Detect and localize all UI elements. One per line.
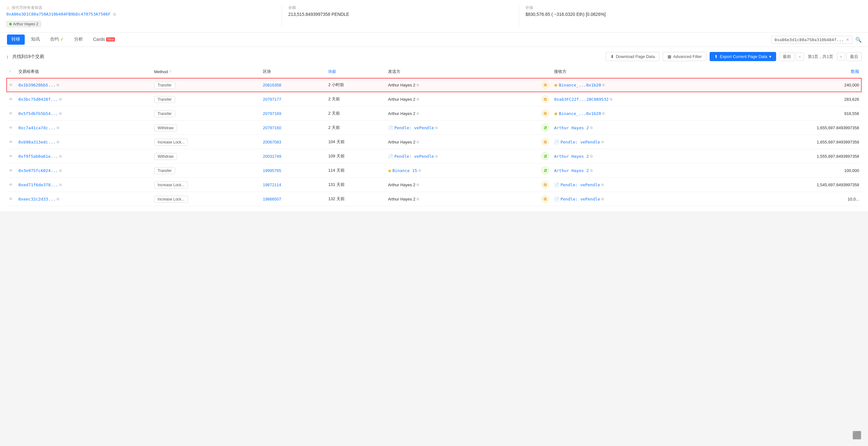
- eye-icon[interactable]: 👁: [9, 183, 13, 187]
- to-address-link[interactable]: Arthur Hayes 2: [554, 168, 589, 173]
- amount-cell: 10,0...: [729, 192, 862, 206]
- copy-to-icon[interactable]: ⧉: [590, 154, 593, 158]
- block-link[interactable]: 20816358: [263, 83, 281, 88]
- warning-icon: ⚠: [6, 6, 10, 10]
- copy-to-icon[interactable]: ⧉: [602, 83, 605, 87]
- search-box[interactable]: 0xa86e3d1c80a750a310b484f... ✕: [771, 36, 853, 44]
- copy-tx-icon[interactable]: ⧉: [59, 112, 62, 116]
- tx-hash-link[interactable]: 0xb98a313edc...: [19, 140, 56, 145]
- to-address-link[interactable]: Pendle: vePendle: [560, 140, 600, 145]
- amount-cell: 1,655,697.8493997358: [729, 121, 862, 135]
- copy-from-icon[interactable]: ⧉: [416, 140, 419, 144]
- copy-to-icon[interactable]: ⧉: [601, 183, 604, 187]
- copy-tx-icon[interactable]: ⧉: [57, 83, 59, 87]
- tx-hash-link[interactable]: 0x3e975fc6024...: [19, 168, 58, 173]
- to-address-link[interactable]: Pendle: vePendle: [560, 197, 600, 201]
- tx-hash-link[interactable]: 0x3bc75d0428f...: [19, 97, 58, 102]
- block-link[interactable]: 20797177: [263, 97, 281, 102]
- copy-from-icon[interactable]: ⧉: [435, 126, 438, 130]
- first-page-button[interactable]: 最前: [779, 52, 795, 61]
- eye-icon[interactable]: 👁: [9, 97, 13, 102]
- tab-news[interactable]: 知讯: [27, 33, 44, 46]
- copy-to-icon[interactable]: ⧉: [601, 197, 604, 201]
- block-link[interactable]: 20797169: [263, 111, 281, 116]
- address-link[interactable]: 0xA86e3D1C80a750A310b484FB9bDc470753A750…: [6, 12, 111, 17]
- copy-to-icon[interactable]: ⧉: [590, 168, 593, 172]
- search-icon[interactable]: 🔍: [855, 37, 862, 43]
- tx-hash-link[interactable]: 0x1b39620bb5...: [19, 83, 56, 88]
- method-help-icon[interactable]: ?: [169, 70, 172, 74]
- copy-tx-icon[interactable]: ⧉: [59, 168, 62, 172]
- advanced-filter-button[interactable]: ▦ Advanced Filter: [663, 52, 707, 61]
- copy-from-icon[interactable]: ⧉: [416, 183, 419, 187]
- amount-cell: 1,555,697.8493997358: [729, 149, 862, 163]
- download-button[interactable]: ⬇ Download Page Data: [606, 52, 659, 61]
- copy-to-icon[interactable]: ⧉: [590, 126, 593, 130]
- to-address-link[interactable]: Binance_...0x1b20: [559, 83, 601, 88]
- tx-hash-link[interactable]: 0xc7a41ca7dc...: [19, 125, 56, 130]
- prev-page-button[interactable]: ‹: [796, 53, 804, 61]
- block-link[interactable]: 20067083: [263, 140, 281, 145]
- copy-tx-icon[interactable]: ⧉: [59, 97, 62, 101]
- eye-icon[interactable]: 👁: [9, 140, 13, 145]
- copy-from-icon[interactable]: ⧉: [435, 154, 438, 158]
- block-link[interactable]: 19866507: [263, 197, 281, 201]
- tab-cards[interactable]: Cards New: [89, 33, 119, 46]
- from-address-text: Arthur Hayes 2: [388, 97, 415, 102]
- eye-icon[interactable]: 👁: [9, 154, 13, 159]
- copy-tx-icon[interactable]: ⧉: [59, 154, 62, 158]
- tab-contract[interactable]: 合约 ✓: [45, 33, 68, 46]
- block-link[interactable]: 20031749: [263, 154, 281, 159]
- copy-from-icon[interactable]: ⧉: [416, 112, 419, 116]
- binance-icon: ◆: [388, 168, 391, 173]
- tx-hash-link[interactable]: 0xed71f6de378...: [19, 183, 58, 187]
- col-help-icon[interactable]: ?: [9, 70, 11, 74]
- tx-hash-link[interactable]: 0x5f5dbfb5b54...: [19, 111, 58, 116]
- sort-icon[interactable]: ↕: [6, 54, 8, 59]
- tx-hash-link[interactable]: 0xeec32c2d33...: [19, 197, 56, 201]
- amount-cell: 918,556: [729, 106, 862, 121]
- pendle-doc-icon: 📄: [388, 125, 393, 130]
- block-link[interactable]: 19995765: [263, 168, 281, 173]
- copy-tx-icon[interactable]: ⧉: [59, 183, 62, 187]
- amount-cell: 1,545,697.8493997358: [729, 178, 862, 192]
- amount-cell: 283,626: [729, 92, 862, 106]
- copy-to-icon[interactable]: ⧉: [601, 140, 604, 144]
- eye-icon[interactable]: 👁: [9, 125, 13, 130]
- copy-from-icon[interactable]: ⧉: [418, 168, 421, 172]
- to-address-link[interactable]: 0xab3FC22f...28C089532: [554, 97, 609, 102]
- eye-icon[interactable]: 👁: [9, 83, 13, 88]
- block-link[interactable]: 19872114: [263, 183, 281, 187]
- copy-tx-icon[interactable]: ⧉: [57, 197, 59, 201]
- copy-tx-icon[interactable]: ⧉: [57, 126, 59, 130]
- eye-icon[interactable]: 👁: [9, 111, 13, 116]
- copy-address-icon[interactable]: ⧉: [113, 12, 116, 17]
- tx-hash-link[interactable]: 0xf9f5ab0a61e...: [19, 154, 58, 159]
- copy-from-icon[interactable]: ⧉: [416, 97, 419, 101]
- copy-from-icon[interactable]: ⧉: [416, 197, 419, 201]
- from-address-link[interactable]: Binance 15: [393, 168, 417, 173]
- to-address-link[interactable]: Pendle: vePendle: [560, 183, 600, 187]
- to-address-link[interactable]: Arthur Hayes 2: [554, 154, 589, 159]
- age-value: 131 天前: [328, 182, 344, 187]
- last-page-button[interactable]: 最后: [846, 52, 862, 61]
- from-address-link[interactable]: Pendle: vePendle: [394, 125, 434, 130]
- search-close-icon[interactable]: ✕: [846, 37, 849, 42]
- copy-to-icon[interactable]: ⧉: [610, 97, 612, 101]
- next-page-button[interactable]: ›: [837, 53, 845, 61]
- from-address-text: Arthur Hayes 2: [388, 83, 415, 88]
- copy-tx-icon[interactable]: ⧉: [57, 140, 59, 144]
- tab-analysis[interactable]: 分析: [70, 33, 87, 46]
- tab-transfer[interactable]: 转移: [7, 34, 25, 45]
- copy-to-icon[interactable]: ⧉: [602, 112, 605, 116]
- block-link[interactable]: 20797160: [263, 125, 281, 130]
- pagination: 最前 ‹ 第1页，共1页 › 最后: [779, 52, 862, 61]
- eye-icon[interactable]: 👁: [9, 197, 13, 201]
- eye-icon[interactable]: 👁: [9, 168, 13, 173]
- from-address-text: Arthur Hayes 2: [388, 197, 415, 201]
- export-button[interactable]: ⬆ Export Current Page Data ▾: [710, 52, 776, 61]
- to-address-link[interactable]: Binance_...0x1b20: [559, 111, 601, 116]
- copy-from-icon[interactable]: ⧉: [416, 83, 419, 87]
- to-address-link[interactable]: Arthur Hayes 2: [554, 125, 589, 130]
- from-address-link[interactable]: Pendle: vePendle: [394, 154, 434, 159]
